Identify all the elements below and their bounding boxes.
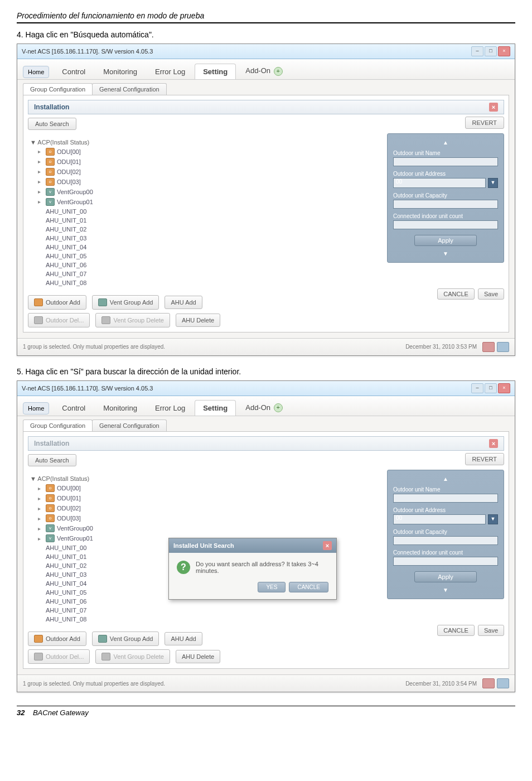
tree-ahu-0[interactable]: AHU_UNIT_00 [28,207,381,216]
expander-icon: ▸ [38,168,43,175]
cancle-button[interactable]: CANCLE [437,625,475,636]
capacity-input[interactable] [393,536,498,545]
tree-odu-0[interactable]: ▸oODU[00] [28,483,381,493]
tree-odu-2[interactable]: ▸oODU[02] [28,503,381,513]
save-button[interactable]: Save [478,625,504,636]
vent-icon [98,635,107,643]
apply-button[interactable]: Apply [414,571,477,582]
outdoor-del-button[interactable]: Outdoor Del... [28,313,90,327]
address-select[interactable]: 00 [393,178,486,188]
revert-button[interactable]: REVERT [465,453,504,465]
maximize-button[interactable]: □ [485,46,497,56]
tree-odu-3[interactable]: ▸oODU[03] [28,177,381,187]
tab-monitoring[interactable]: Monitoring [95,400,146,416]
dialog-cancle-button[interactable]: CANCLE [289,582,328,592]
tab-control[interactable]: Control [54,400,94,416]
tree-vent-0[interactable]: ▸vVentGroup00 [28,187,381,197]
tree-ahu-6[interactable]: AHU_UNIT_06 [28,261,381,269]
home-tab[interactable]: Home [23,66,49,78]
subtab-general-config[interactable]: General Configuration [92,83,167,95]
scroll-down-icon[interactable]: ▼ [393,250,498,257]
dialog-yes-button[interactable]: YES [258,582,286,592]
ahu-add-button[interactable]: AHU Add [165,632,202,645]
subtab-general-config[interactable]: General Configuration [92,420,167,431]
tree-odu-1[interactable]: ▸oODU[01] [28,157,381,167]
name-input[interactable] [393,157,498,166]
vent-group-delete-button[interactable]: Vent Group Delete [95,649,170,664]
scroll-down-icon[interactable]: ▼ [393,587,498,593]
status-icon-2 [497,342,509,352]
subtab-group-config[interactable]: Group Configuration [23,83,93,95]
outdoor-del-button[interactable]: Outdoor Del... [28,649,90,664]
panel-close-icon[interactable]: × [489,439,498,448]
tree-odu-1[interactable]: ▸oODU[01] [28,493,381,503]
vent-group-add-button[interactable]: Vent Group Add [92,295,159,310]
dialog-close-icon[interactable]: × [323,541,332,550]
tab-setting[interactable]: Setting [195,400,236,416]
tree-vent-0[interactable]: ▸vVentGroup00 [28,523,381,533]
ahu-add-button[interactable]: AHU Add [165,296,202,309]
outdoor-add-button[interactable]: Outdoor Add [28,295,86,310]
tab-control[interactable]: Control [54,64,94,79]
cancle-button[interactable]: CANCLE [437,288,475,300]
capacity-input[interactable] [393,200,498,209]
save-row: CANCLE Save [387,288,504,300]
tree-root[interactable]: ▼ ACP(Install Status) [28,138,381,147]
tree-ahu-3[interactable]: AHU_UNIT_03 [28,234,381,243]
minimize-button[interactable]: – [471,46,483,56]
save-button[interactable]: Save [478,288,504,300]
maximize-button[interactable]: □ [485,383,497,393]
tree-ahu-7[interactable]: AHU_UNIT_07 [28,269,381,278]
tree-ahu-7[interactable]: AHU_UNIT_07 [28,606,381,615]
tree-vent-1[interactable]: ▸vVentGroup01 [28,197,381,207]
tree-odu-0[interactable]: ▸oODU[00] [28,147,381,157]
expander-icon: ▸ [38,189,43,195]
tree-ahu-5[interactable]: AHU_UNIT_05 [28,252,381,261]
subtab-group-config[interactable]: Group Configuration [23,420,93,431]
close-button[interactable]: × [498,383,510,393]
outdoor-add-button[interactable]: Outdoor Add [28,631,86,646]
vent-group-delete-button[interactable]: Vent Group Delete [95,313,170,327]
expander-icon: ▸ [38,485,43,491]
revert-button[interactable]: REVERT [465,117,504,129]
home-tab[interactable]: Home [23,402,49,414]
name-label: Outdoor unit Name [393,486,498,493]
tab-error-log[interactable]: Error Log [147,400,194,416]
tree-ahu-2[interactable]: AHU_UNIT_02 [28,225,381,234]
auto-search-button[interactable]: Auto Search [28,454,76,466]
ahu-delete-button[interactable]: AHU Delete [176,650,220,663]
tree-ahu-8[interactable]: AHU_UNIT_08 [28,615,381,624]
tree-ahu-1[interactable]: AHU_UNIT_01 [28,216,381,225]
apply-button[interactable]: Apply [414,235,477,246]
name-label: Outdoor unit Name [393,150,498,156]
address-select[interactable]: 00 [393,514,486,524]
name-input[interactable] [393,494,498,503]
tree-ahu-4[interactable]: AHU_UNIT_04 [28,243,381,252]
footer-name: BACnet Gateway [33,708,89,717]
tab-add-on[interactable]: Add-On + [237,399,291,416]
tree-odu-3[interactable]: ▸oODU[03] [28,513,381,523]
tab-setting[interactable]: Setting [195,64,236,79]
expander-icon: ▸ [38,536,43,542]
scroll-up-icon[interactable]: ▲ [393,476,498,482]
dropdown-icon[interactable]: ▼ [488,514,498,524]
panel-close-icon[interactable]: × [489,103,498,112]
tree-root[interactable]: ▼ ACP(Install Status) [28,474,381,483]
subtabs: Group Configuration General Configuratio… [23,420,509,431]
dropdown-icon[interactable]: ▼ [488,178,498,188]
ahu-delete-button[interactable]: AHU Delete [176,314,220,327]
auto-search-button[interactable]: Auto Search [28,118,76,130]
tab-add-on[interactable]: Add-On + [237,62,291,79]
tree-odu-2[interactable]: ▸oODU[02] [28,167,381,177]
vent-group-add-button[interactable]: Vent Group Add [92,631,159,646]
dialog-body: ? Do you want search all address? It tak… [169,553,336,582]
minimize-button[interactable]: – [471,383,483,393]
scroll-up-icon[interactable]: ▲ [393,139,498,146]
close-button[interactable]: × [498,46,510,56]
subtabs: Group Configuration General Configuratio… [23,83,509,95]
tab-error-log[interactable]: Error Log [147,64,194,79]
tree-ahu-8[interactable]: AHU_UNIT_08 [28,278,381,287]
connected-input[interactable] [393,220,498,229]
connected-input[interactable] [393,557,498,566]
tab-monitoring[interactable]: Monitoring [95,64,146,79]
